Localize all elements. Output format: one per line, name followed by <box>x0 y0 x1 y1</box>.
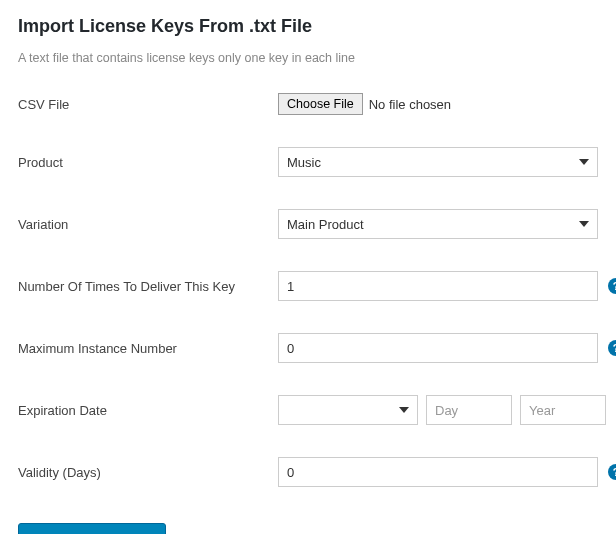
label-expiration: Expiration Date <box>18 403 278 418</box>
help-icon[interactable]: ? <box>608 278 616 294</box>
label-product: Product <box>18 155 278 170</box>
validity-input[interactable] <box>278 457 598 487</box>
expiration-year-input[interactable] <box>520 395 606 425</box>
row-validity: Validity (Days) ? <box>18 457 598 487</box>
deliver-count-input[interactable] <box>278 271 598 301</box>
row-variation: Variation Main Product <box>18 209 598 239</box>
page-title: Import License Keys From .txt File <box>18 16 598 37</box>
row-expiration: Expiration Date ? <box>18 395 598 425</box>
product-select[interactable]: Music <box>278 147 598 177</box>
file-status-text: No file chosen <box>369 97 451 112</box>
expiration-month-select[interactable] <box>278 395 418 425</box>
label-csv-file: CSV File <box>18 97 278 112</box>
row-deliver-count: Number Of Times To Deliver This Key ? <box>18 271 598 301</box>
row-max-instance: Maximum Instance Number ? <box>18 333 598 363</box>
import-license-keys-button[interactable]: Import License Keys <box>18 523 166 534</box>
label-deliver-count: Number Of Times To Deliver This Key <box>18 279 278 294</box>
help-icon[interactable]: ? <box>608 464 616 480</box>
row-csv-file: CSV File Choose File No file chosen <box>18 93 598 115</box>
row-product: Product Music <box>18 147 598 177</box>
label-variation: Variation <box>18 217 278 232</box>
choose-file-button[interactable]: Choose File <box>278 93 363 115</box>
page-description: A text file that contains license keys o… <box>18 51 598 65</box>
label-max-instance: Maximum Instance Number <box>18 341 278 356</box>
expiration-day-input[interactable] <box>426 395 512 425</box>
max-instance-input[interactable] <box>278 333 598 363</box>
label-validity: Validity (Days) <box>18 465 278 480</box>
help-icon[interactable]: ? <box>608 340 616 356</box>
variation-select[interactable]: Main Product <box>278 209 598 239</box>
